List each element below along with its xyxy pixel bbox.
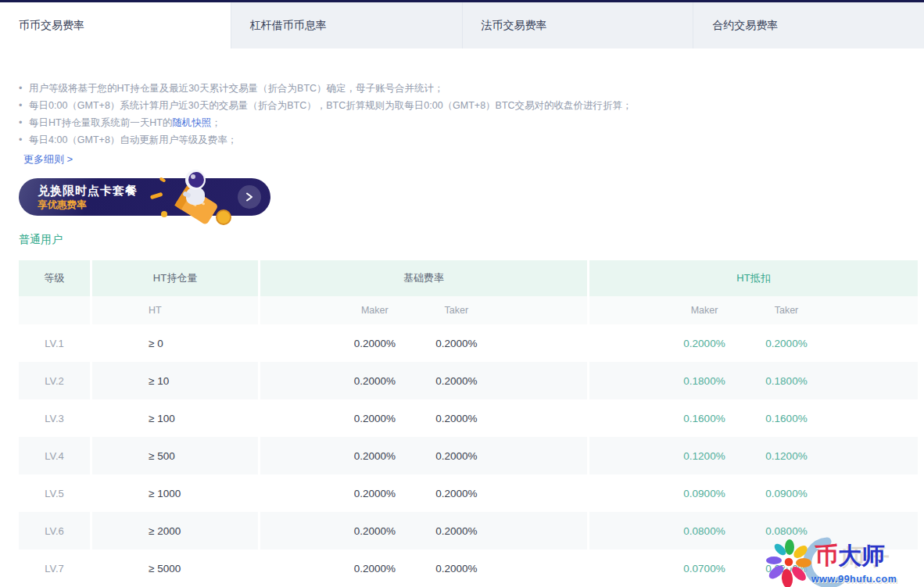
fee-value: 0.1200%: [746, 450, 828, 462]
fee-value: 0.0700%: [746, 563, 828, 574]
rule-text: 每日HT持仓量取系统前一天HT的: [29, 117, 172, 128]
holding-cell: ≥ 500: [92, 437, 258, 474]
tab-fiat-trading-fees[interactable]: 法币交易费率: [462, 2, 693, 48]
banner-arrow-button[interactable]: [238, 185, 261, 209]
promo-banner[interactable]: 兑换限时点卡套餐 享优惠费率: [19, 178, 270, 216]
col-header-ht-deduction: HT抵扣: [589, 260, 918, 296]
subheader-deduct-pair: Maker Taker: [589, 296, 918, 324]
tab-contract-trading-fees[interactable]: 合约交易费率: [693, 2, 924, 48]
rule-item: 每日HT持仓量取系统前一天HT的随机快照；: [19, 114, 924, 131]
deduction-cells: 0.0800% 0.0800%: [589, 512, 918, 549]
level-cell: LV.5: [19, 474, 90, 512]
fee-value: 0.2000%: [416, 563, 498, 574]
deduction-cells: 0.0700% 0.0700%: [589, 549, 918, 587]
deduction-cells: 0.1800% 0.1800%: [589, 362, 918, 399]
holding-cell: ≥ 2000: [92, 512, 258, 549]
tab-label: 杠杆借币币息率: [250, 19, 327, 33]
base-fee-cells: 0.2000% 0.2000%: [260, 324, 587, 362]
deduction-cells: 0.1200% 0.1200%: [589, 437, 918, 474]
holding-cell: ≥ 100: [92, 399, 258, 437]
rule-text: ；: [211, 117, 221, 128]
table-sub-header-row: HT Maker Taker Maker Taker: [19, 296, 918, 324]
fee-value: 0.2000%: [416, 450, 498, 462]
astronaut-illustration: [149, 167, 236, 228]
fee-value: 0.2000%: [416, 338, 498, 349]
table-row: LV.7 ≥ 5000 0.2000% 0.2000% 0.0700% 0.07…: [19, 549, 918, 587]
level-cell: LV.7: [19, 549, 90, 587]
subheader-ht: HT: [92, 296, 258, 324]
fee-value: 0.2000%: [334, 488, 416, 499]
table-group-header-row: 等级 HT持仓量 基础费率 HT抵扣: [19, 260, 918, 296]
fee-value: 0.2000%: [334, 525, 416, 537]
rule-item: 每日0:00（GMT+8）系统计算用户近30天的交易量（折合为BTC），BTC折…: [19, 97, 924, 114]
fee-value: 0.1200%: [664, 450, 746, 462]
fee-value: 0.1600%: [746, 413, 828, 424]
base-fee-cells: 0.2000% 0.2000%: [260, 549, 587, 587]
rule-item: 每日4:00（GMT+8）自动更新用户等级及费率；: [19, 131, 924, 149]
random-snapshot-link[interactable]: 随机快照: [172, 117, 211, 128]
subheader-taker: Taker: [416, 305, 498, 316]
fee-value: 0.1800%: [664, 375, 746, 387]
base-fee-cells: 0.2000% 0.2000%: [260, 399, 587, 437]
fee-value: 0.2000%: [416, 413, 498, 424]
fee-value: 0.2000%: [416, 375, 498, 387]
tab-label: 币币交易费率: [19, 19, 84, 33]
more-rules-link[interactable]: 更多细则 >: [23, 152, 73, 166]
fee-value: 0.1600%: [664, 413, 746, 424]
fee-value: 0.1800%: [746, 375, 828, 387]
subheader-base-pair: Maker Taker: [260, 296, 587, 324]
base-fee-cells: 0.2000% 0.2000%: [260, 512, 587, 549]
level-cell: LV.4: [19, 437, 90, 474]
holding-cell: ≥ 10: [92, 362, 258, 399]
rule-text: 每日0:00（GMT+8）系统计算用户近30天的交易量（折合为BTC），BTC折…: [29, 100, 632, 111]
table-row: LV.5 ≥ 1000 0.2000% 0.2000% 0.0900% 0.09…: [19, 474, 918, 512]
holding-cell: ≥ 5000: [92, 549, 258, 587]
fee-value: 0.2000%: [334, 338, 416, 349]
table-row: LV.4 ≥ 500 0.2000% 0.2000% 0.1200% 0.120…: [19, 437, 918, 474]
fee-value: 0.2000%: [334, 563, 416, 574]
banner-title: 兑换限时点卡套餐: [38, 183, 138, 198]
tab-spot-trading-fees[interactable]: 币币交易费率: [0, 2, 231, 48]
level-cell: LV.2: [19, 362, 90, 399]
fee-value: 0.0900%: [664, 488, 746, 499]
fee-value: 0.2000%: [416, 488, 498, 499]
fee-value: 0.0900%: [746, 488, 828, 499]
table-row: LV.1 ≥ 0 0.2000% 0.2000% 0.2000% 0.2000%: [19, 324, 918, 362]
chevron-right-icon: [245, 192, 253, 202]
tab-margin-interest-rates[interactable]: 杠杆借币币息率: [231, 2, 462, 48]
level-cell: LV.6: [19, 512, 90, 549]
base-fee-cells: 0.2000% 0.2000%: [260, 437, 587, 474]
fee-value: 0.2000%: [334, 413, 416, 424]
rule-text: 每日4:00（GMT+8）自动更新用户等级及费率；: [29, 134, 237, 145]
table-row: LV.2 ≥ 10 0.2000% 0.2000% 0.1800% 0.1800…: [19, 362, 918, 399]
deduction-cells: 0.1600% 0.1600%: [589, 399, 918, 437]
level-cell: LV.1: [19, 324, 90, 362]
user-tier-label: 普通用户: [19, 233, 924, 247]
fee-value: 0.0700%: [664, 563, 746, 574]
rules-list: 用户等级将基于您的HT持仓量及最近30天累计交易量（折合为BTC）确定，母子账号…: [19, 80, 924, 149]
base-fee-cells: 0.2000% 0.2000%: [260, 474, 587, 512]
deduction-cells: 0.0900% 0.0900%: [589, 474, 918, 512]
fee-value: 0.2000%: [416, 525, 498, 537]
table-row: LV.3 ≥ 100 0.2000% 0.2000% 0.1600% 0.160…: [19, 399, 918, 437]
table-row: LV.6 ≥ 2000 0.2000% 0.2000% 0.0800% 0.08…: [19, 512, 918, 549]
fee-value: 0.2000%: [746, 338, 828, 349]
fee-table: 等级 HT持仓量 基础费率 HT抵扣 HT Maker Taker Maker …: [19, 260, 918, 587]
subheader-maker: Maker: [334, 305, 416, 316]
fee-value: 0.2000%: [664, 338, 746, 349]
subheader-taker: Taker: [746, 305, 828, 316]
rule-text: 用户等级将基于您的HT持仓量及最近30天累计交易量（折合为BTC）确定，母子账号…: [29, 83, 444, 94]
base-fee-cells: 0.2000% 0.2000%: [260, 362, 587, 399]
fee-value: 0.0800%: [664, 525, 746, 537]
col-header-base-fee: 基础费率: [260, 260, 587, 296]
subheader-empty: [19, 296, 90, 324]
tab-bar: 币币交易费率 杠杆借币币息率 法币交易费率 合约交易费率: [0, 0, 924, 48]
deduction-cells: 0.2000% 0.2000%: [589, 324, 918, 362]
tab-label: 合约交易费率: [712, 19, 778, 33]
rule-item: 用户等级将基于您的HT持仓量及最近30天累计交易量（折合为BTC）确定，母子账号…: [19, 80, 924, 97]
fee-value: 0.2000%: [334, 375, 416, 387]
col-header-level: 等级: [19, 260, 90, 296]
col-header-ht-holding: HT持仓量: [92, 260, 258, 296]
fee-value: 0.0800%: [746, 525, 828, 537]
holding-cell: ≥ 1000: [92, 474, 258, 512]
